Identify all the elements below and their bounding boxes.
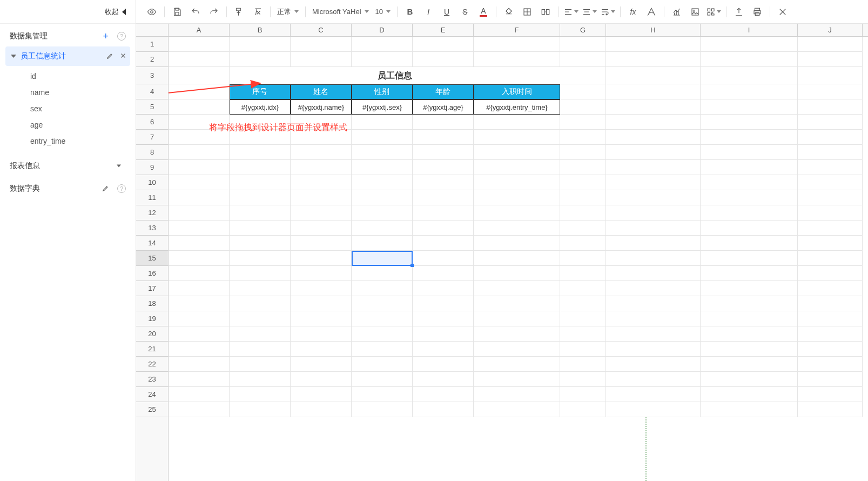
cell[interactable] xyxy=(798,236,863,251)
cell[interactable] xyxy=(230,175,291,190)
formula-button[interactable]: fx xyxy=(625,4,641,20)
style-dropdown[interactable]: 正常 xyxy=(275,4,301,20)
cell[interactable] xyxy=(701,160,798,175)
cell[interactable] xyxy=(413,221,474,236)
dataset-item[interactable]: 员工信息统计 xyxy=(5,46,130,66)
cell[interactable] xyxy=(230,251,291,266)
cell[interactable] xyxy=(413,342,474,357)
cell[interactable] xyxy=(291,372,352,387)
cell[interactable] xyxy=(413,145,474,160)
cell[interactable] xyxy=(560,296,606,311)
close-button[interactable] xyxy=(775,4,791,20)
field-item[interactable]: sex xyxy=(30,101,130,117)
cell[interactable] xyxy=(291,160,352,175)
row-header[interactable]: 9 xyxy=(136,160,168,175)
cell[interactable] xyxy=(474,115,560,130)
cell[interactable] xyxy=(413,296,474,311)
preview-button[interactable] xyxy=(144,4,160,20)
cell[interactable] xyxy=(413,311,474,326)
table-header-cell[interactable]: 姓名 xyxy=(291,84,352,99)
row-header[interactable]: 25 xyxy=(136,402,168,417)
cell[interactable] xyxy=(606,130,701,145)
cell[interactable] xyxy=(798,387,863,402)
cell[interactable] xyxy=(701,236,798,251)
cell[interactable] xyxy=(230,387,291,402)
cell[interactable] xyxy=(701,326,798,342)
row-header[interactable]: 8 xyxy=(136,145,168,160)
cell[interactable] xyxy=(352,251,413,266)
cell[interactable] xyxy=(169,236,230,251)
cell[interactable] xyxy=(701,296,798,311)
cell[interactable] xyxy=(606,205,701,221)
cell[interactable] xyxy=(230,205,291,221)
col-header-G[interactable]: G xyxy=(560,24,606,36)
cell[interactable] xyxy=(798,190,863,205)
cell[interactable] xyxy=(798,67,863,84)
cell[interactable] xyxy=(474,221,560,236)
cell[interactable] xyxy=(352,372,413,387)
cell[interactable] xyxy=(352,130,413,145)
cell[interactable] xyxy=(701,221,798,236)
cell[interactable] xyxy=(560,342,606,357)
cell[interactable] xyxy=(798,251,863,266)
cell[interactable] xyxy=(560,145,606,160)
cell[interactable] xyxy=(169,251,230,266)
cell[interactable] xyxy=(413,236,474,251)
cell[interactable] xyxy=(230,296,291,311)
cell[interactable] xyxy=(413,387,474,402)
cell[interactable] xyxy=(701,266,798,281)
row-header[interactable]: 12 xyxy=(136,205,168,221)
cell[interactable] xyxy=(352,115,413,130)
cell[interactable] xyxy=(474,175,560,190)
cell[interactable] xyxy=(291,402,352,417)
cell[interactable] xyxy=(560,326,606,342)
cell[interactable] xyxy=(560,67,606,84)
cell[interactable] xyxy=(606,387,701,402)
col-header-E[interactable]: E xyxy=(413,24,474,36)
cell[interactable] xyxy=(352,357,413,372)
col-header-C[interactable]: C xyxy=(291,24,352,36)
cell[interactable] xyxy=(169,160,230,175)
strike-button[interactable]: S xyxy=(457,4,473,20)
cell[interactable] xyxy=(474,357,560,372)
sheet-corner[interactable] xyxy=(136,24,169,37)
table-data-cell[interactable]: #{ygxxtj.age} xyxy=(413,99,474,115)
cell[interactable] xyxy=(352,160,413,175)
cell[interactable] xyxy=(352,37,413,52)
cell[interactable] xyxy=(701,67,798,84)
save-button[interactable] xyxy=(169,4,185,20)
cell[interactable] xyxy=(352,296,413,311)
cell[interactable] xyxy=(560,387,606,402)
cell[interactable] xyxy=(798,145,863,160)
print-button[interactable] xyxy=(749,4,765,20)
cell[interactable] xyxy=(560,251,606,266)
cell[interactable] xyxy=(230,402,291,417)
cell[interactable] xyxy=(291,296,352,311)
table-header-cell[interactable]: 序号 xyxy=(230,84,291,99)
cell[interactable] xyxy=(169,326,230,342)
cell[interactable] xyxy=(230,357,291,372)
cell[interactable] xyxy=(798,402,863,417)
fill-color-button[interactable] xyxy=(501,4,517,20)
cell[interactable] xyxy=(606,402,701,417)
cell[interactable] xyxy=(701,37,798,52)
cell[interactable] xyxy=(560,205,606,221)
cell[interactable] xyxy=(474,37,560,52)
cell[interactable] xyxy=(701,372,798,387)
table-title[interactable]: 员工信息 xyxy=(230,67,560,84)
cell[interactable] xyxy=(169,296,230,311)
cell[interactable] xyxy=(352,205,413,221)
cell[interactable] xyxy=(474,281,560,296)
cell[interactable] xyxy=(560,37,606,52)
cell[interactable] xyxy=(606,281,701,296)
row-header[interactable]: 15 xyxy=(136,251,168,266)
italic-button[interactable]: I xyxy=(420,4,436,20)
row-header[interactable]: 7 xyxy=(136,130,168,145)
cell[interactable] xyxy=(606,145,701,160)
cell[interactable] xyxy=(798,326,863,342)
cell[interactable] xyxy=(560,115,606,130)
cell[interactable] xyxy=(606,52,701,67)
cell[interactable] xyxy=(798,52,863,67)
row-header[interactable]: 13 xyxy=(136,221,168,236)
cell[interactable] xyxy=(606,115,701,130)
